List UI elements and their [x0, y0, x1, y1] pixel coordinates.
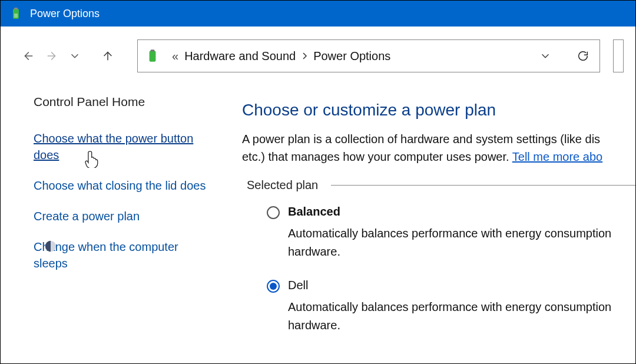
power-options-icon: [145, 48, 160, 64]
content: Control Panel Home Choose what the power…: [1, 82, 635, 352]
title-bar: Power Options: [1, 1, 635, 27]
breadcrumb-hardware[interactable]: Hardware and Sound: [184, 49, 296, 63]
divider: [331, 185, 635, 186]
refresh-button[interactable]: [574, 47, 592, 65]
nav-bar: « Hardware and Sound Power Options: [1, 27, 635, 82]
selected-plan-header: Selected plan: [247, 178, 635, 192]
plan-desc: Automatically balances performance with …: [288, 298, 635, 335]
svg-rect-3: [150, 51, 156, 61]
svg-rect-1: [14, 8, 18, 9]
main-heading: Choose or customize a power plan: [242, 101, 635, 120]
svg-rect-4: [151, 49, 155, 51]
sleep-icon: [44, 240, 57, 253]
control-panel-home[interactable]: Control Panel Home: [34, 95, 207, 109]
tell-me-more-link[interactable]: Tell me more abo: [512, 150, 602, 163]
main-description: A power plan is a collection of hardware…: [242, 130, 635, 166]
address-bar[interactable]: « Hardware and Sound Power Options: [137, 39, 600, 72]
breadcrumb-sep-icon: [302, 49, 307, 63]
radio-balanced[interactable]: [267, 206, 280, 219]
description-line1: A power plan is a collection of hardware…: [242, 133, 600, 145]
link-create-plan[interactable]: Create a power plan: [34, 208, 207, 224]
search-box[interactable]: [613, 39, 624, 72]
breadcrumb-power-options[interactable]: Power Options: [313, 49, 390, 63]
description-line2: etc.) that manages how your computer use…: [242, 150, 512, 163]
plan-desc: Automatically balances performance with …: [288, 224, 635, 261]
link-power-button-does[interactable]: Choose what the power button does: [34, 130, 207, 163]
link-closing-lid[interactable]: Choose what closing the lid does: [34, 177, 207, 194]
plan-balanced[interactable]: Balanced Automatically balances performa…: [267, 205, 635, 261]
address-history-dropdown[interactable]: [536, 47, 555, 65]
selected-plan-label: Selected plan: [247, 178, 318, 192]
up-button[interactable]: [98, 47, 117, 65]
svg-rect-2: [14, 14, 18, 18]
plan-name: Dell: [288, 279, 635, 292]
back-button[interactable]: [18, 47, 37, 65]
plan-name: Balanced: [288, 205, 635, 219]
radio-dell[interactable]: [267, 280, 280, 293]
forward-button[interactable]: [43, 47, 62, 65]
history-dropdown[interactable]: [65, 47, 84, 65]
plan-dell[interactable]: Dell Automatically balances performance …: [267, 279, 635, 335]
link-computer-sleeps[interactable]: Change when the computer sleeps: [34, 239, 207, 272]
main-panel: Choose or customize a power plan A power…: [218, 95, 635, 352]
breadcrumb-prefix: «: [172, 49, 178, 63]
battery-icon: [9, 6, 23, 21]
window-title: Power Options: [30, 8, 100, 20]
sidebar: Control Panel Home Choose what the power…: [1, 95, 218, 352]
